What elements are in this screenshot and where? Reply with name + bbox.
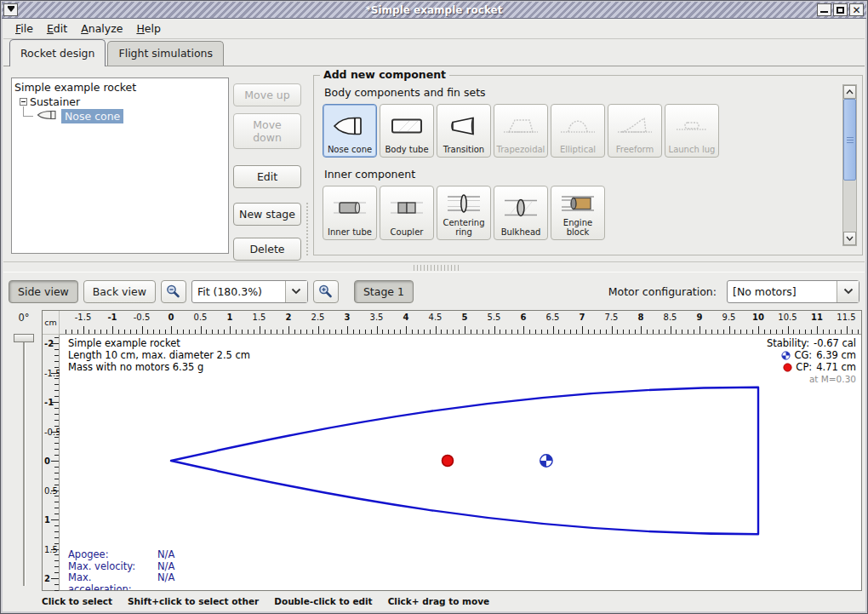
body-tube-button[interactable]: Body tube (380, 104, 434, 158)
rocket-figure[interactable] (60, 335, 861, 590)
ruler-tick (283, 330, 283, 334)
ruler-tick (377, 326, 378, 334)
zoom-in-button[interactable] (313, 280, 339, 303)
ruler-tick (505, 330, 506, 334)
component-tree[interactable]: Simple example rocket Sustainer Nose con… (11, 77, 229, 254)
minimize-icon[interactable] (817, 3, 831, 16)
ruler-tick (54, 496, 59, 496)
ruler-label: 10.5 (778, 313, 797, 322)
cp-marker[interactable] (442, 456, 453, 467)
zoom-select[interactable]: Fit (180.3%) (191, 280, 308, 303)
tab-rocket-design[interactable]: Rocket design (9, 39, 106, 66)
ruler-label: -1 (107, 313, 117, 322)
scroll-down-icon[interactable] (843, 232, 856, 245)
ruler-tick (353, 330, 354, 334)
ruler-tick (535, 330, 536, 334)
tree-nose-cone[interactable]: Nose cone (14, 109, 228, 123)
ruler-label: 7 (580, 313, 585, 322)
ruler-tick (688, 330, 688, 334)
nose-cone-button[interactable]: Nose cone (323, 104, 377, 158)
ruler-tick (323, 330, 324, 334)
ruler-tick (665, 330, 665, 334)
component-label: Elliptical (560, 146, 596, 155)
side-view-button[interactable]: Side view (9, 280, 78, 303)
menu-analyze[interactable]: Analyze (74, 20, 129, 37)
zoom-out-button[interactable] (161, 280, 186, 303)
menu-file[interactable]: File (9, 20, 40, 37)
ruler-tick (54, 590, 59, 591)
chevron-down-icon[interactable] (285, 281, 307, 302)
ruler-tick (653, 330, 654, 334)
ruler-tick (582, 326, 583, 334)
freeform-button: Freeform (608, 104, 662, 158)
status-hint: Double-click to edit (274, 596, 372, 606)
window-menu-icon[interactable] (3, 3, 18, 16)
ruler-tick (641, 326, 642, 334)
splitter-handle-icon[interactable] (414, 265, 460, 271)
ruler-tick (500, 330, 500, 334)
cg-marker[interactable] (540, 455, 552, 467)
ruler-label: 7.5 (605, 313, 619, 322)
delete-button[interactable]: Delete (233, 238, 301, 261)
tree-root[interactable]: Simple example rocket (14, 80, 228, 95)
inner-tube-button[interactable]: Inner tube (323, 186, 377, 240)
ruler-tick (629, 330, 630, 334)
move-up-button[interactable]: Move up (233, 83, 301, 106)
view-toolbar: Side view Back view Fit (180.3%) Stage 1… (3, 279, 865, 303)
rotation-slider-thumb[interactable] (14, 334, 34, 342)
ruler-tick (711, 330, 712, 334)
vertical-splitter[interactable] (306, 203, 308, 255)
scroll-up-icon[interactable] (843, 85, 856, 99)
menu-edit[interactable]: Edit (40, 20, 74, 37)
move-down-button[interactable]: Move down (233, 113, 301, 149)
transition-button[interactable]: Transition (437, 104, 491, 158)
back-view-button[interactable]: Back view (83, 280, 156, 303)
ruler-tick (635, 330, 636, 334)
nose-cone-mini-icon (37, 110, 59, 123)
component-label: Launch lug (669, 146, 716, 155)
edit-button[interactable]: Edit (233, 165, 301, 188)
design-panel: Simple example rocket Sustainer Nose con… (3, 66, 865, 261)
ruler-tick (835, 330, 836, 334)
component-scrollbar[interactable] (842, 84, 857, 246)
maximize-icon[interactable] (833, 3, 848, 16)
ruler-tick (335, 330, 336, 334)
tree-stage[interactable]: Sustainer (14, 95, 228, 109)
centering-ring-button[interactable]: Centering ring (437, 186, 491, 240)
ruler-tick (746, 330, 747, 334)
scrollbar-thumb[interactable] (843, 99, 856, 181)
engine-block-button[interactable]: Engine block (551, 186, 605, 240)
ruler-tick (752, 330, 753, 334)
rocket-outline[interactable] (171, 387, 758, 535)
ruler-tick (418, 330, 419, 334)
tab-flight-simulations[interactable]: Flight simulations (107, 41, 224, 66)
bulkhead-button[interactable]: Bulkhead (494, 186, 548, 240)
ruler-tick (852, 330, 853, 334)
ruler-tick (717, 330, 718, 334)
ruler-label: -0.5 (44, 427, 61, 436)
ruler-tick (54, 572, 59, 573)
tree-collapse-icon[interactable] (20, 98, 27, 106)
horizontal-splitter[interactable] (3, 261, 865, 272)
ruler-tick (430, 330, 431, 334)
rotation-slider-track[interactable] (23, 337, 26, 586)
menu-help[interactable]: Help (129, 20, 168, 37)
component-label: Trapezoidal (497, 146, 545, 155)
ruler-tick (306, 330, 307, 334)
chevron-down-icon[interactable] (837, 281, 859, 302)
rocket-drawing-area[interactable]: Simple example rocket Length 10 cm, max.… (60, 335, 861, 590)
stage-1-toggle[interactable]: Stage 1 (354, 280, 414, 303)
ruler-tick (94, 330, 95, 334)
scrollbar-track[interactable] (843, 181, 856, 232)
engine-block-icon (560, 188, 596, 219)
ruler-tick (329, 330, 330, 334)
close-icon[interactable]: ✕ (849, 3, 864, 16)
rocket-canvas[interactable]: cm -1.5-1-0.500.511.522.533.544.555.566.… (42, 310, 862, 591)
ruler-tick (523, 326, 524, 334)
ruler-tick (734, 330, 735, 334)
vertical-ruler: -2-1.5-1-0.500.511.52 (43, 335, 60, 590)
ruler-label: 0.5 (44, 485, 58, 495)
coupler-button[interactable]: Coupler (380, 186, 434, 240)
motor-configuration-select[interactable]: [No motors] (727, 280, 859, 303)
new-stage-button[interactable]: New stage (233, 203, 301, 226)
